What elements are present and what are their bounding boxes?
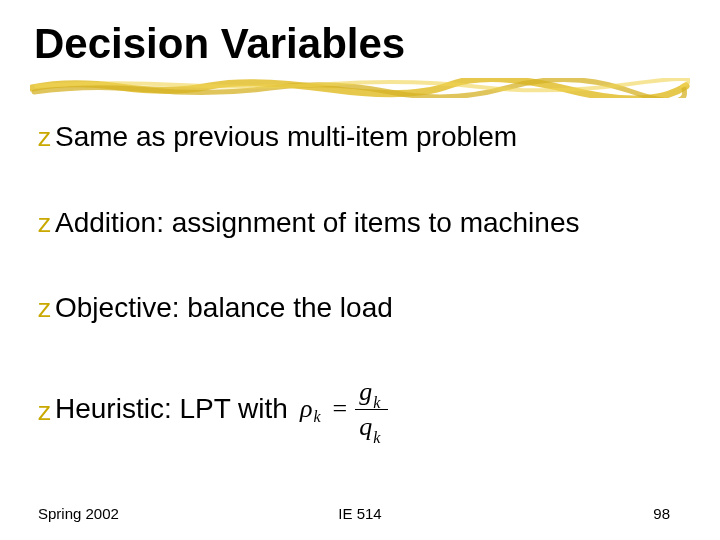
bullet-icon: z — [38, 396, 51, 427]
bullet-text: Same as previous multi-item problem — [55, 120, 517, 154]
formula: ρ k = g k q k — [300, 377, 388, 442]
bullet-icon: z — [38, 293, 51, 324]
formula-numerator: g k — [355, 377, 388, 407]
formula-num-symbol: g — [359, 377, 372, 407]
footer-right: 98 — [653, 505, 670, 522]
slide: Decision Variables z Same as previous mu… — [0, 0, 720, 540]
footer-center: IE 514 — [338, 505, 381, 522]
formula-num-subscript: k — [373, 394, 380, 412]
bullet-text: Heuristic: LPT with — [55, 392, 288, 426]
formula-lhs-symbol: ρ — [300, 394, 312, 424]
formula-den-symbol: q — [359, 412, 372, 442]
formula-lhs-subscript: k — [313, 408, 320, 426]
bullet-text: Addition: assignment of items to machine… — [55, 206, 579, 240]
fraction-bar — [355, 409, 388, 410]
bullet-item: z Same as previous multi-item problem — [38, 120, 678, 154]
formula-den-subscript: k — [373, 429, 380, 447]
formula-fraction: g k q k — [355, 377, 388, 442]
title-wrap: Decision Variables — [34, 20, 684, 68]
footer-left: Spring 2002 — [38, 505, 119, 522]
bullet-item: z Objective: balance the load — [38, 291, 678, 325]
formula-denominator: q k — [355, 412, 388, 442]
content-area: z Same as previous multi-item problem z … — [38, 120, 678, 442]
bullet-item: z Heuristic: LPT with ρ k = g k q k — [38, 377, 678, 442]
bullet-icon: z — [38, 208, 51, 239]
bullet-text: Objective: balance the load — [55, 291, 393, 325]
footer: Spring 2002 IE 514 98 — [0, 505, 720, 522]
title-underline — [30, 78, 690, 98]
formula-equals: = — [332, 394, 347, 424]
slide-title: Decision Variables — [34, 20, 684, 68]
bullet-icon: z — [38, 122, 51, 153]
bullet-item: z Addition: assignment of items to machi… — [38, 206, 678, 240]
